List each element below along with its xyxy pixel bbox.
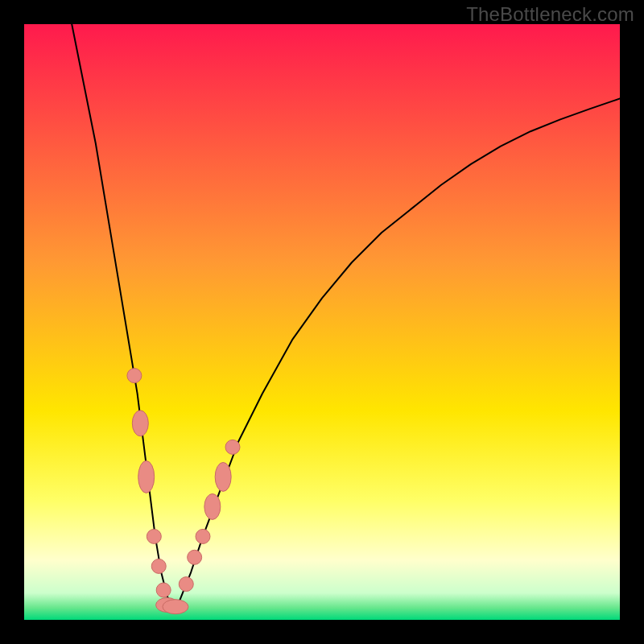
chart-svg xyxy=(24,24,620,620)
marker-point xyxy=(151,559,166,573)
marker-point xyxy=(132,411,148,436)
chart-frame: TheBottleneck.com xyxy=(0,0,644,644)
marker-point xyxy=(163,600,188,614)
marker-point xyxy=(179,577,193,592)
marker-point xyxy=(225,440,240,454)
marker-point xyxy=(127,369,142,383)
plot-area xyxy=(24,24,620,620)
marker-point xyxy=(147,529,161,543)
marker-point xyxy=(215,462,231,491)
marker-point xyxy=(204,493,221,519)
watermark-text: TheBottleneck.com xyxy=(466,3,634,26)
marker-point xyxy=(138,460,155,493)
marker-point xyxy=(156,583,171,597)
marker-point xyxy=(196,529,210,543)
gradient-background xyxy=(24,24,620,620)
marker-point xyxy=(188,550,202,564)
